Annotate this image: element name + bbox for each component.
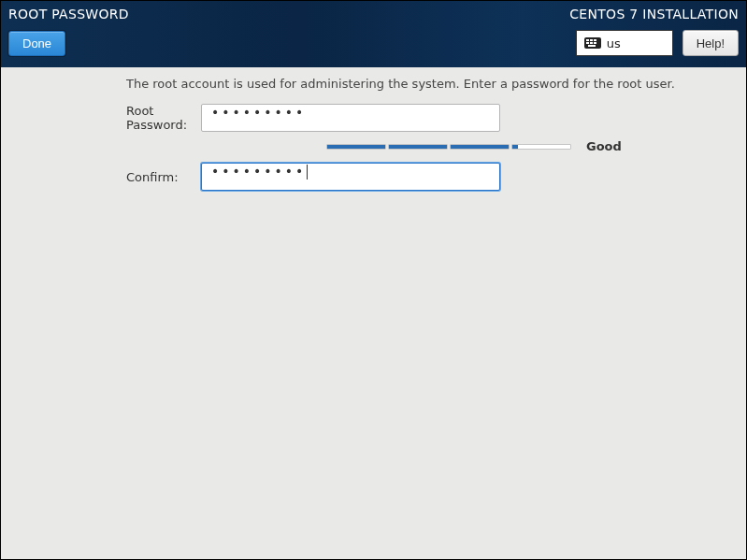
keyboard-icon [584,37,601,49]
installer-window: ROOT PASSWORD CENTOS 7 INSTALLATION Done… [0,0,747,560]
strength-seg-2 [388,144,448,150]
right-controls: us Help! [576,30,739,56]
confirm-password-row: Confirm: ••••••••• [1,163,746,191]
title-row: ROOT PASSWORD CENTOS 7 INSTALLATION [8,7,739,25]
password-strength-meter [326,144,571,150]
strength-seg-4 [511,144,571,150]
password-strength-row: Good [1,139,746,153]
help-button[interactable]: Help! [682,30,739,56]
intro-text: The root account is used for administeri… [126,77,746,91]
done-button[interactable]: Done [8,31,65,56]
password-strength-label: Good [586,139,622,153]
root-password-label: Root Password: [1,104,201,132]
confirm-password-input[interactable]: ••••••••• [201,163,500,191]
text-caret [307,165,308,179]
header-bar: ROOT PASSWORD CENTOS 7 INSTALLATION Done… [1,1,746,67]
content-area: The root account is used for administeri… [1,67,746,559]
header-controls: Done us Help! [8,30,739,56]
keyboard-layout-label: us [607,36,621,50]
confirm-password-value: ••••••••• [211,164,306,179]
root-password-input[interactable]: ••••••••• [201,104,500,132]
confirm-password-label: Confirm: [1,170,201,184]
root-password-value: ••••••••• [211,105,306,120]
strength-seg-3 [450,144,510,150]
keyboard-layout-indicator[interactable]: us [576,30,673,56]
installer-title: CENTOS 7 INSTALLATION [569,7,739,22]
strength-seg-1 [326,144,386,150]
page-title: ROOT PASSWORD [8,7,129,22]
root-password-row: Root Password: ••••••••• [1,104,746,132]
